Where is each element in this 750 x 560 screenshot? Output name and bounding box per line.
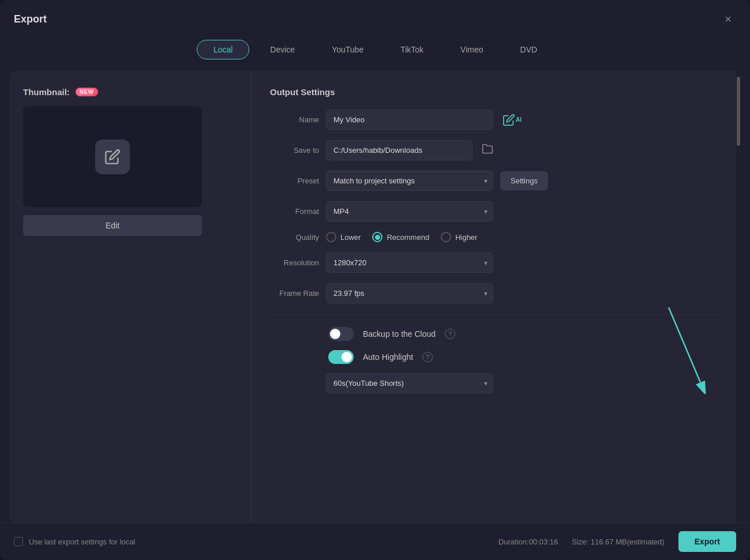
- resolution-select-wrapper: 1280x720 ▾: [326, 253, 493, 273]
- format-row: Format MP4 ▾: [270, 201, 722, 221]
- name-row: Name AI: [270, 110, 722, 130]
- footer: Use last export settings for local Durat…: [0, 523, 750, 560]
- resolution-row: Resolution 1280x720 ▾: [270, 253, 722, 273]
- svg-line-1: [669, 307, 700, 382]
- resolution-label: Resolution: [270, 258, 319, 267]
- quality-row: Quality Lower Recommend Higher: [270, 232, 722, 242]
- quality-higher-option[interactable]: Higher: [441, 232, 477, 242]
- tab-youtube[interactable]: YouTube: [316, 40, 380, 59]
- format-select-wrapper: MP4 ▾: [326, 201, 493, 221]
- frame-rate-row: Frame Rate 23.97 fps ▾: [270, 283, 722, 303]
- close-button[interactable]: ×: [720, 10, 736, 28]
- resolution-select[interactable]: 1280x720: [326, 253, 493, 273]
- frame-rate-label: Frame Rate: [270, 289, 319, 298]
- auto-highlight-knob: [342, 352, 352, 362]
- ai-rename-button[interactable]: AI: [500, 111, 524, 129]
- backup-cloud-knob: [330, 329, 340, 339]
- quality-recommend-option[interactable]: Recommend: [372, 232, 429, 242]
- backup-cloud-label: Backup to the Cloud: [363, 329, 436, 339]
- dialog-title: Export: [14, 13, 47, 25]
- tab-device[interactable]: Device: [254, 40, 311, 59]
- tab-vimeo[interactable]: Vimeo: [444, 40, 499, 59]
- duration-info: Duration:00:03:16: [498, 538, 558, 546]
- divider-1: [270, 315, 722, 315]
- shorts-select-wrapper: 60s(YouTube Shorts) ▾: [326, 373, 493, 393]
- quality-recommend-radio[interactable]: [372, 232, 382, 242]
- shorts-select[interactable]: 60s(YouTube Shorts): [326, 373, 493, 393]
- preset-row: Preset Match to project settings ▾ Setti…: [270, 171, 722, 191]
- scrollbar-thumb[interactable]: [737, 77, 740, 146]
- quality-lower-option[interactable]: Lower: [326, 232, 361, 242]
- thumbnail-icon: [95, 140, 130, 174]
- export-dialog: Export × Local Device YouTube TikTok Vim…: [0, 0, 750, 560]
- scrollbar-track: [736, 71, 741, 523]
- quality-radio-group: Lower Recommend Higher: [326, 232, 477, 242]
- thumbnail-label: Thumbnail: NEW: [23, 87, 98, 97]
- auto-highlight-row: Auto Highlight ?: [270, 350, 722, 364]
- save-to-input[interactable]: [326, 140, 472, 160]
- quality-higher-radio[interactable]: [441, 232, 451, 242]
- tabs-bar: Local Device YouTube TikTok Vimeo DVD: [0, 35, 750, 71]
- right-panel: Output Settings Name AI Save to: [252, 71, 741, 523]
- preset-settings-button[interactable]: Settings: [500, 171, 548, 190]
- frame-rate-select-wrapper: 23.97 fps ▾: [326, 283, 493, 303]
- quality-higher-label: Higher: [455, 233, 477, 242]
- auto-highlight-help-icon[interactable]: ?: [422, 352, 433, 362]
- backup-cloud-row: Backup to the Cloud ?: [270, 327, 722, 341]
- name-input[interactable]: [326, 110, 493, 130]
- auto-highlight-toggle[interactable]: [328, 350, 354, 364]
- footer-left: Use last export settings for local: [14, 537, 135, 546]
- quality-recommend-inner: [375, 235, 380, 240]
- quality-lower-label: Lower: [340, 233, 361, 242]
- tab-tiktok[interactable]: TikTok: [384, 40, 440, 59]
- preset-select-wrapper: Match to project settings ▾: [326, 171, 493, 191]
- arrow-annotation: [666, 302, 712, 396]
- size-info: Size: 116.67 MB(estimated): [572, 538, 664, 546]
- auto-highlight-label: Auto Highlight: [363, 352, 413, 362]
- backup-cloud-toggle[interactable]: [328, 327, 354, 341]
- title-bar: Export ×: [0, 0, 750, 35]
- backup-cloud-help-icon[interactable]: ?: [445, 329, 455, 339]
- footer-info: Duration:00:03:16 Size: 116.67 MB(estima…: [498, 531, 736, 552]
- preset-label: Preset: [270, 176, 319, 185]
- section-title: Output Settings: [270, 87, 722, 97]
- export-button[interactable]: Export: [678, 531, 736, 552]
- preset-select[interactable]: Match to project settings: [326, 171, 493, 191]
- left-panel: Thumbnail: NEW Edit: [9, 71, 252, 523]
- thumbnail-text: Thumbnail:: [23, 87, 70, 97]
- frame-rate-select[interactable]: 23.97 fps: [326, 283, 493, 303]
- edit-button[interactable]: Edit: [23, 215, 202, 236]
- browse-folder-button[interactable]: [479, 141, 496, 160]
- quality-label: Quality: [270, 233, 319, 242]
- tab-local[interactable]: Local: [197, 40, 249, 59]
- tab-dvd[interactable]: DVD: [504, 40, 554, 59]
- name-label: Name: [270, 115, 319, 124]
- new-badge: NEW: [76, 88, 98, 96]
- format-label: Format: [270, 207, 319, 216]
- last-settings-checkbox[interactable]: [14, 537, 23, 546]
- save-to-row: Save to: [270, 140, 722, 160]
- main-content: Thumbnail: NEW Edit Output Settings Name: [9, 71, 741, 523]
- quality-lower-radio[interactable]: [326, 232, 336, 242]
- save-to-label: Save to: [270, 146, 319, 155]
- quality-recommend-label: Recommend: [387, 233, 429, 242]
- last-settings-label: Use last export settings for local: [29, 538, 135, 546]
- format-select[interactable]: MP4: [326, 201, 493, 221]
- thumbnail-preview: [23, 106, 202, 207]
